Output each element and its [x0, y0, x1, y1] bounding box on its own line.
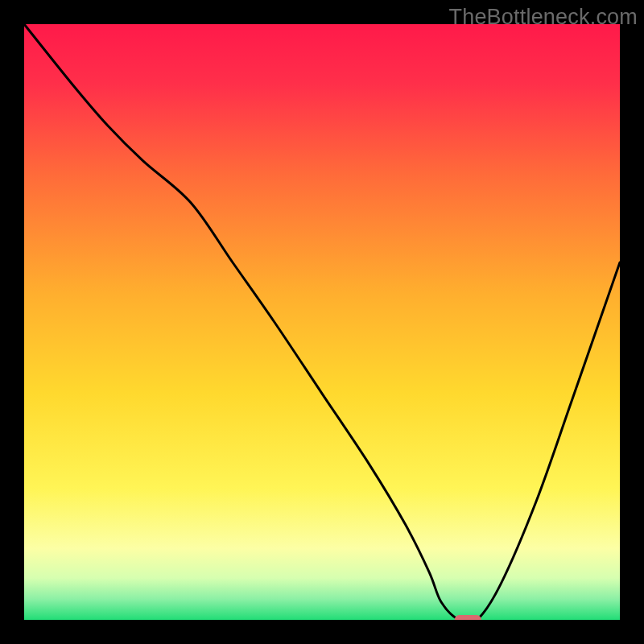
watermark-text: TheBottleneck.com — [448, 5, 638, 30]
bottleneck-chart — [0, 0, 644, 644]
gradient-background — [24, 24, 620, 620]
chart-container: TheBottleneck.com — [0, 0, 644, 644]
